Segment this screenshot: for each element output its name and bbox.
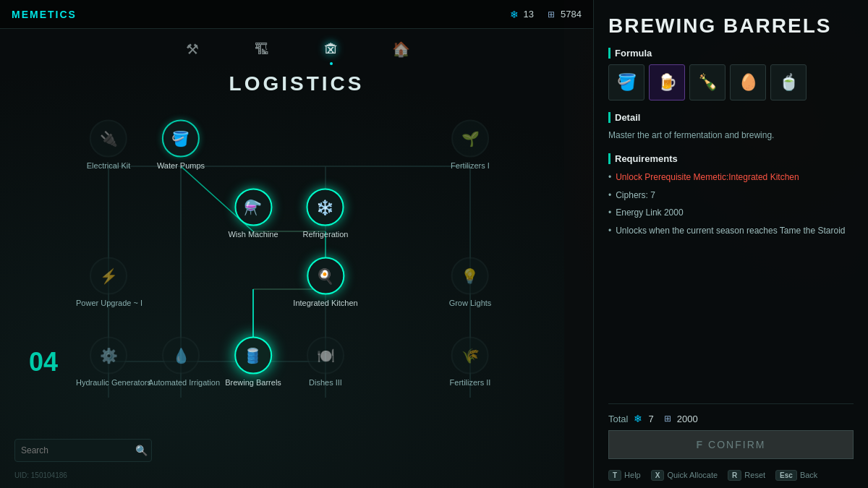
cat-icon-2: 🏗 — [249, 36, 275, 62]
node-label-wish-machine: Wish Machine — [228, 230, 278, 239]
cat-icon-1: ⚒ — [179, 36, 205, 62]
node-circle-water-pumps: 🪣 — [162, 120, 200, 158]
formula-item-1: 🍺 — [649, 64, 685, 100]
cipher-count: 13 — [524, 9, 534, 20]
total-ciphers: 7 — [648, 414, 653, 424]
node-label-integrated-kitchen: Integrated Kitchen — [293, 299, 357, 307]
key-x: X — [651, 470, 665, 481]
req-text-0: Unlock Prerequisite Memetic:Integrated K… — [616, 170, 799, 186]
node-label-hydraulic-generators: Hydraulic Generators — [76, 378, 141, 387]
key-esc: Esc — [775, 470, 797, 481]
req-bullet-1: • — [608, 188, 611, 204]
cipher-resource: ❄ 13 — [509, 9, 534, 20]
total-label: Total — [608, 414, 628, 424]
left-panel: MEMETICS ❄ 13 ⊞ 5784 ⚒ 🏗 🏚 — [0, 0, 593, 488]
node-grow-lights[interactable]: 💡 Grow Lights — [449, 257, 492, 307]
req-bullet-2: • — [608, 205, 611, 221]
node-circle-grow-lights: 💡 — [451, 257, 489, 295]
skill-tree: 04 🔌 Electrical Kit 🪣 Water Pumps 🌱 Fert… — [0, 101, 593, 445]
total-energy: 2000 — [677, 414, 698, 424]
node-fertilizers-i[interactable]: 🌱 Fertilizers I — [451, 120, 490, 170]
req-item-1: • Ciphers: 7 — [608, 188, 854, 204]
cat-tab-4[interactable]: 🏠 — [388, 36, 414, 62]
total-row: Total ❄ 7 ⊞ 2000 — [608, 403, 854, 430]
detail-text: Master the art of fermentation and brewi… — [608, 129, 854, 142]
req-text-3: Unlocks when the current season reaches … — [616, 223, 845, 239]
confirm-key: F — [697, 439, 705, 450]
node-automated-irrigation[interactable]: 💧 Automated Irrigation — [148, 337, 213, 387]
cat-icon-4: 🏠 — [388, 36, 414, 62]
cat-icon-3: 🏚 — [318, 36, 344, 62]
node-dishes-iii[interactable]: 🍽️ Dishes III — [307, 337, 344, 387]
key-r: R — [728, 470, 741, 481]
node-label-electrical-kit: Electrical Kit — [87, 161, 131, 170]
shortcut-bar: T Help X Quick Allocate R Reset Esc Back — [608, 465, 854, 488]
search-icon: 🔍 — [135, 445, 148, 456]
node-water-pumps[interactable]: 🪣 Water Pumps — [157, 120, 205, 170]
node-circle-hydraulic-generators: ⚙️ — [90, 337, 127, 374]
node-label-grow-lights: Grow Lights — [449, 299, 492, 307]
total-cipher-icon: ❄ — [634, 413, 642, 424]
node-circle-fertilizers-ii: 🌾 — [451, 337, 489, 374]
search-input[interactable] — [21, 445, 129, 455]
requirements-list: • Unlock Prerequisite Memetic:Integrated… — [608, 170, 854, 403]
node-circle-dishes-iii: 🍽️ — [307, 337, 344, 374]
detail-title: BREWING BARRELS — [608, 14, 854, 38]
top-header: MEMETICS ❄ 13 ⊞ 5784 — [0, 0, 593, 29]
shortcut-back: Esc Back — [775, 470, 817, 481]
label-quick-allocate: Quick Allocate — [667, 471, 718, 479]
req-bullet-3: • — [608, 223, 611, 239]
energy-icon: ⊞ — [545, 9, 557, 20]
node-brewing-barrels[interactable]: 🛢️ Brewing Barrels — [225, 337, 281, 387]
uid-text: UID: 150104186 — [14, 471, 67, 479]
cat-tab-1[interactable]: ⚒ — [179, 36, 205, 62]
formula-item-4: 🍵 — [770, 64, 807, 100]
energy-count: 5784 — [561, 9, 582, 20]
node-label-power-upgrade: Power Upgrade ~ I — [76, 299, 141, 307]
cat-tab-2[interactable]: 🏗 — [249, 36, 275, 62]
node-wish-machine[interactable]: ⚗️ Wish Machine — [228, 189, 278, 239]
cipher-icon: ❄ — [509, 9, 520, 20]
node-integrated-kitchen[interactable]: 🍳 Integrated Kitchen — [293, 257, 357, 307]
label-back: Back — [800, 471, 817, 479]
node-power-upgrade[interactable]: ⚡ Power Upgrade ~ I — [76, 257, 141, 307]
formula-label: Formula — [608, 48, 854, 59]
app-title: MEMETICS — [12, 9, 77, 20]
energy-resource: ⊞ 5784 — [545, 9, 582, 20]
node-fertilizers-ii[interactable]: 🌾 Fertilizers II — [450, 337, 491, 387]
formula-item-0: 🪣 — [608, 64, 644, 100]
formula-row: 🪣 🍺 🍾 🥚 🍵 — [608, 64, 854, 100]
total-energy-icon: ⊞ — [664, 414, 671, 424]
req-item-2: • Energy Link 2000 — [608, 205, 854, 221]
node-circle-wish-machine: ⚗️ — [234, 189, 272, 226]
node-label-brewing-barrels: Brewing Barrels — [225, 378, 281, 387]
node-circle-integrated-kitchen: 🍳 — [307, 257, 344, 295]
node-circle-brewing-barrels: 🛢️ — [234, 337, 272, 374]
right-panel: BREWING BARRELS Formula 🪣 🍺 🍾 🥚 🍵 Detail… — [593, 0, 868, 488]
node-electrical-kit[interactable]: 🔌 Electrical Kit — [87, 120, 131, 170]
label-help: Help — [624, 471, 641, 479]
resource-bar: ❄ 13 ⊞ 5784 — [509, 9, 582, 20]
node-label-fertilizers-i: Fertilizers I — [451, 161, 490, 170]
req-text-2: Energy Link 2000 — [616, 205, 683, 221]
level-badge: 04 — [29, 347, 58, 377]
node-refrigeration[interactable]: ❄️ Refrigeration — [303, 189, 349, 239]
node-hydraulic-generators[interactable]: ⚙️ Hydraulic Generators — [76, 337, 141, 387]
node-label-automated-irrigation: Automated Irrigation — [148, 378, 213, 387]
req-bullet-0: • — [608, 170, 611, 186]
req-item-3: • Unlocks when the current season reache… — [608, 223, 854, 239]
key-t: T — [608, 470, 621, 481]
detail-label: Detail — [608, 112, 854, 123]
cat-tab-3[interactable]: 🏚 — [318, 36, 344, 62]
node-circle-power-upgrade: ⚡ — [90, 257, 127, 295]
main-container: MEMETICS ❄ 13 ⊞ 5784 ⚒ 🏗 🏚 — [0, 0, 868, 488]
search-bar[interactable]: 🔍 — [14, 439, 152, 462]
node-label-refrigeration: Refrigeration — [303, 230, 349, 239]
shortcut-quick-allocate: X Quick Allocate — [651, 470, 718, 481]
node-circle-automated-irrigation: 💧 — [162, 337, 200, 374]
requirements-label: Requirements — [608, 153, 854, 164]
label-reset: Reset — [744, 471, 765, 479]
shortcut-help: T Help — [608, 470, 641, 481]
confirm-button[interactable]: F CONFIRM — [608, 430, 854, 459]
node-circle-refrigeration: ❄️ — [307, 189, 344, 226]
